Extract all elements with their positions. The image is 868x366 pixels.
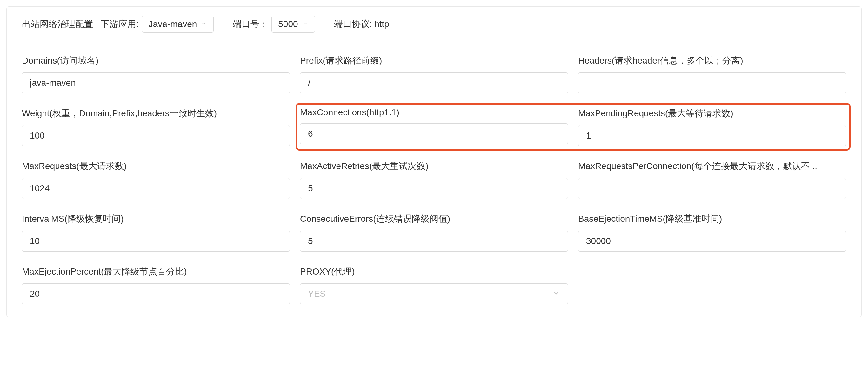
max-pending-requests-field: MaxPendingRequests(最大等待请求数): [578, 107, 846, 146]
prefix-input[interactable]: [300, 73, 568, 93]
weight-input[interactable]: [22, 125, 290, 146]
protocol-label: 端口协议: http: [334, 18, 389, 30]
max-requests-per-connection-field: MaxRequestsPerConnection(每个连接最大请求数，默认不..…: [578, 160, 846, 199]
chevron-down-icon: [552, 289, 560, 299]
max-ejection-percent-input[interactable]: [22, 283, 290, 304]
domains-input[interactable]: [22, 73, 290, 93]
base-ejection-time-ms-label: BaseEjectionTimeMS(降级基准时间): [578, 213, 846, 225]
downstream-value: Java-maven: [149, 19, 197, 29]
max-ejection-percent-field: MaxEjectionPercent(最大降级节点百分比): [22, 265, 290, 304]
base-ejection-time-ms-field: BaseEjectionTimeMS(降级基准时间): [578, 213, 846, 252]
weight-field: Weight(权重，Domain,Prefix,headers一致时生效): [22, 107, 290, 146]
form-body: Domains(访问域名) Prefix(请求路径前缀) Headers(请求h…: [7, 42, 861, 317]
consecutive-errors-field: ConsecutiveErrors(连续错误降级阀值): [300, 213, 568, 252]
domains-label: Domains(访问域名): [22, 55, 290, 67]
prefix-field: Prefix(请求路径前缀): [300, 55, 568, 93]
downstream-app-select[interactable]: Java-maven: [142, 16, 214, 33]
max-requests-label: MaxRequests(最大请求数): [22, 160, 290, 172]
max-active-retries-field: MaxActiveRetries(最大重试次数): [300, 160, 568, 199]
max-requests-per-connection-label: MaxRequestsPerConnection(每个连接最大请求数，默认不..…: [578, 160, 846, 172]
max-active-retries-label: MaxActiveRetries(最大重试次数): [300, 160, 568, 172]
consecutive-errors-label: ConsecutiveErrors(连续错误降级阀值): [300, 213, 568, 225]
interval-ms-field: IntervalMS(降级恢复时间): [22, 213, 290, 252]
consecutive-errors-input[interactable]: [300, 231, 568, 252]
downstream-label: 下游应用:: [101, 18, 139, 30]
domains-field: Domains(访问域名): [22, 55, 290, 93]
interval-ms-label: IntervalMS(降级恢复时间): [22, 213, 290, 225]
base-ejection-time-ms-input[interactable]: [578, 231, 846, 252]
max-requests-input[interactable]: [22, 178, 290, 199]
form-grid: Domains(访问域名) Prefix(请求路径前缀) Headers(请求h…: [22, 55, 846, 304]
max-connections-input[interactable]: [300, 123, 568, 144]
max-ejection-percent-label: MaxEjectionPercent(最大降级节点百分比): [22, 265, 290, 278]
interval-ms-input[interactable]: [22, 231, 290, 252]
proxy-select[interactable]: YES: [300, 283, 568, 304]
header-title: 出站网络治理配置: [22, 18, 93, 30]
port-label: 端口号：: [233, 18, 268, 30]
proxy-label: PROXY(代理): [300, 265, 568, 278]
port-group: 端口号： 5000: [233, 16, 315, 33]
max-pending-requests-input[interactable]: [578, 125, 846, 146]
headers-input[interactable]: [578, 73, 846, 93]
downstream-app-group: 下游应用: Java-maven: [101, 16, 214, 33]
headers-field: Headers(请求header信息，多个以；分离): [578, 55, 846, 93]
proxy-value: YES: [308, 289, 326, 299]
max-requests-field: MaxRequests(最大请求数): [22, 160, 290, 199]
chevron-down-icon: [200, 20, 207, 28]
max-pending-requests-label: MaxPendingRequests(最大等待请求数): [578, 107, 846, 119]
config-panel: 出站网络治理配置 下游应用: Java-maven 端口号： 5000 端口协议…: [6, 6, 862, 317]
max-requests-per-connection-input[interactable]: [578, 178, 846, 199]
port-select[interactable]: 5000: [272, 16, 315, 33]
chevron-down-icon: [302, 20, 308, 28]
max-connections-field: MaxConnections(http1.1): [300, 107, 568, 146]
prefix-label: Prefix(请求路径前缀): [300, 55, 568, 67]
weight-label: Weight(权重，Domain,Prefix,headers一致时生效): [22, 107, 290, 119]
max-active-retries-input[interactable]: [300, 178, 568, 199]
port-value: 5000: [278, 19, 298, 29]
panel-header: 出站网络治理配置 下游应用: Java-maven 端口号： 5000 端口协议…: [7, 7, 861, 42]
max-connections-label: MaxConnections(http1.1): [300, 107, 568, 117]
proxy-field: PROXY(代理) YES: [300, 265, 568, 304]
headers-label: Headers(请求header信息，多个以；分离): [578, 55, 846, 67]
